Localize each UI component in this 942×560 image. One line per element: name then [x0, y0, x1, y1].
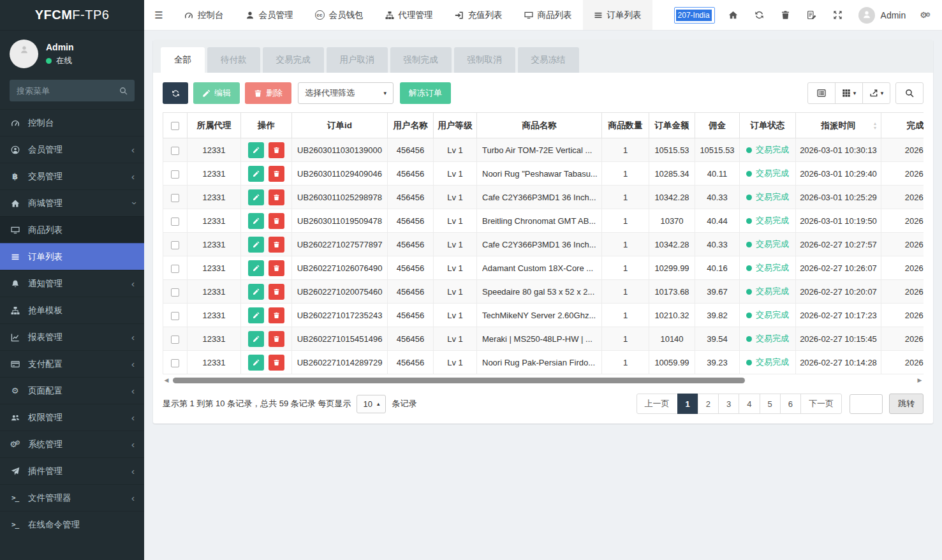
page-button-6[interactable]: 6 — [780, 394, 801, 414]
select-all-checkbox[interactable] — [171, 122, 179, 130]
row-checkbox[interactable] — [171, 170, 179, 179]
row-edit-button[interactable] — [248, 307, 264, 323]
row-delete-button[interactable] — [269, 189, 284, 205]
row-edit-button[interactable] — [248, 355, 264, 371]
sidebar-item-dashboard[interactable]: 控制台 — [0, 109, 144, 136]
topnav-item-member[interactable]: 会员管理 — [235, 0, 304, 30]
row-delete-button[interactable] — [269, 284, 284, 300]
row-delete-button[interactable] — [269, 260, 284, 276]
table-search-button[interactable] — [895, 82, 924, 104]
row-checkbox[interactable] — [171, 241, 179, 249]
page-prev-button[interactable]: 上一页 — [637, 394, 678, 414]
fullscreen-button[interactable] — [825, 0, 851, 30]
row-edit-button[interactable] — [248, 260, 264, 276]
row-checkbox[interactable] — [171, 335, 179, 344]
col-header-check[interactable] — [163, 113, 188, 138]
row-edit-button[interactable] — [248, 237, 264, 253]
grid-icon — [842, 89, 851, 98]
sidebar-item-grab-template[interactable]: 抢单模板 — [0, 297, 144, 323]
page-next-button[interactable]: 下一页 — [800, 394, 842, 414]
tab-completed[interactable]: 交易完成 — [263, 47, 324, 73]
row-edit-button[interactable] — [248, 284, 264, 300]
row-checkbox[interactable] — [171, 359, 179, 367]
page-button-2[interactable]: 2 — [698, 394, 719, 414]
columns-button[interactable]: ▾ — [835, 82, 863, 104]
row-delete-button[interactable] — [269, 237, 284, 253]
tab-pending[interactable]: 待付款 — [207, 47, 260, 73]
scrollbar-thumb[interactable] — [173, 378, 745, 383]
delete-button[interactable]: 删除 — [245, 82, 291, 104]
refresh-table-button[interactable] — [163, 82, 188, 104]
sidebar-item-permission[interactable]: 权限管理 ‹ — [0, 404, 144, 431]
sidebar-item-online-command[interactable]: >_ 在线命令管理 — [0, 511, 144, 538]
tab-frozen[interactable]: 交易冻结 — [518, 47, 579, 73]
row-checkbox[interactable] — [171, 217, 179, 226]
scroll-right-arrow[interactable]: ▶ — [916, 378, 924, 383]
tab-force-cancel[interactable]: 强制取消 — [454, 47, 515, 73]
jump-page-input[interactable] — [850, 394, 883, 414]
sidebar-item-file-manager[interactable]: >_ 文件管理器 ‹ — [0, 484, 144, 511]
sidebar-item-report[interactable]: 报表管理 ‹ — [0, 323, 144, 350]
sidebar-item-product-list[interactable]: 商品列表 — [0, 216, 144, 243]
detail-view-button[interactable] — [807, 82, 835, 104]
page-button-3[interactable]: 3 — [718, 394, 739, 414]
row-delete-button[interactable] — [269, 213, 284, 229]
row-edit-button[interactable] — [248, 189, 264, 205]
sidebar-item-order-list[interactable]: 订单列表 — [0, 243, 144, 270]
clear-cache-button[interactable] — [772, 0, 798, 30]
agent-filter-select[interactable]: 选择代理筛选▾ — [298, 82, 394, 104]
unfreeze-order-button[interactable]: 解冻订单 — [400, 82, 451, 104]
page-button-5[interactable]: 5 — [760, 394, 781, 414]
sidebar-item-system[interactable]: ⚙⚙ 系统管理 ‹ — [0, 431, 144, 457]
row-edit-button[interactable] — [248, 213, 264, 229]
topnav-item-recharge[interactable]: 充值列表 — [444, 0, 513, 30]
row-edit-button[interactable] — [248, 142, 264, 158]
sidebar-item-mall[interactable]: 商城管理 ‹ — [0, 189, 144, 216]
topnav-item-order[interactable]: 订单列表 — [583, 0, 652, 30]
row-edit-button[interactable] — [248, 331, 264, 347]
tag-input[interactable]: 207-India — [674, 7, 715, 24]
sidebar-item-plugin[interactable]: 插件管理 ‹ — [0, 457, 144, 484]
scroll-left-arrow[interactable]: ◀ — [163, 378, 170, 383]
jump-button[interactable]: 跳转 — [889, 394, 924, 414]
sidebar-item-trade[interactable]: ฿ 交易管理 ‹ — [0, 163, 144, 189]
row-checkbox[interactable] — [171, 265, 179, 273]
topnav-item-agent[interactable]: 代理管理 — [374, 0, 444, 30]
sidebar-item-pay-config[interactable]: 支付配置 ‹ — [0, 350, 144, 377]
export-button[interactable]: ▾ — [862, 82, 890, 104]
menu-search-input[interactable] — [17, 86, 119, 96]
tab-all[interactable]: 全部 — [161, 47, 205, 73]
home-button[interactable] — [720, 0, 746, 30]
row-delete-button[interactable] — [269, 142, 284, 158]
hamburger-icon[interactable]: ☰ — [144, 0, 173, 30]
sidebar-item-notify[interactable]: 通知管理 ‹ — [0, 270, 144, 297]
settings-gears-button[interactable]: ⚙⚙ — [913, 0, 942, 30]
row-delete-button[interactable] — [269, 331, 284, 347]
sidebar-item-member[interactable]: 会员管理 ‹ — [0, 136, 144, 163]
row-checkbox[interactable] — [171, 312, 179, 320]
sidebar-item-page-config[interactable]: ⚙ 页面配置 ‹ — [0, 377, 144, 404]
tab-user-cancel[interactable]: 用户取消 — [327, 47, 388, 73]
row-edit-button[interactable] — [248, 166, 264, 182]
row-delete-button[interactable] — [269, 166, 284, 182]
row-delete-button[interactable] — [269, 355, 284, 371]
page-button-1[interactable]: 1 — [677, 394, 698, 414]
topnav-item-dashboard[interactable]: 控制台 — [173, 0, 235, 30]
col-header-assign_time[interactable]: 指派时间▴▾ — [796, 113, 881, 138]
avatar-small — [858, 7, 875, 24]
row-checkbox[interactable] — [171, 288, 179, 297]
edit-button[interactable]: 编辑 — [193, 82, 240, 104]
language-button[interactable] — [798, 0, 825, 30]
topnav-item-wallet[interactable]: cc 会员钱包 — [304, 0, 374, 30]
row-delete-button[interactable] — [269, 307, 284, 323]
admin-user-menu[interactable]: Admin — [851, 0, 914, 30]
refresh-button[interactable] — [746, 0, 772, 30]
row-checkbox[interactable] — [171, 147, 179, 155]
row-checkbox[interactable] — [171, 194, 179, 202]
page-size-select[interactable]: 10▴ — [357, 395, 386, 413]
tab-force-complete[interactable]: 强制完成 — [390, 47, 452, 73]
cell-agent: 12331 — [188, 138, 241, 162]
scrollbar-track[interactable] — [172, 378, 915, 383]
topnav-item-product[interactable]: 商品列表 — [513, 0, 583, 30]
page-button-4[interactable]: 4 — [739, 394, 760, 414]
